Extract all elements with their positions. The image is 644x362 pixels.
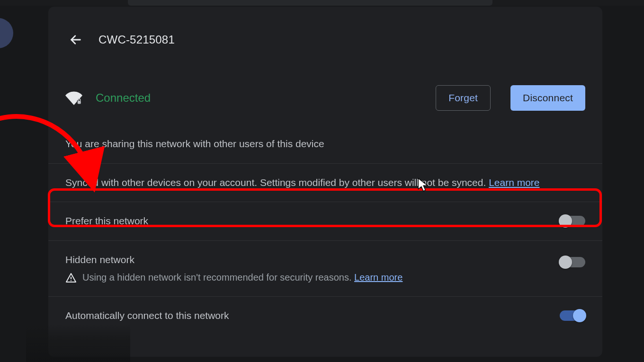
sharing-info-text: You are sharing this network with other … — [65, 136, 585, 152]
prefer-network-toggle[interactable] — [560, 216, 585, 226]
hidden-learn-more-link[interactable]: Learn more — [354, 272, 402, 283]
svg-rect-2 — [78, 101, 81, 104]
hidden-network-row[interactable]: Hidden network Using a hidden network is… — [48, 240, 602, 297]
sync-learn-more-link[interactable]: Learn more — [489, 177, 539, 188]
connection-status-label: Connected — [96, 91, 151, 105]
settings-rows: You are sharing this network with other … — [48, 132, 602, 335]
sharing-info-row: You are sharing this network with other … — [48, 132, 602, 163]
auto-connect-toggle[interactable] — [560, 310, 585, 321]
crop-artifact — [26, 324, 130, 362]
disconnect-button[interactable]: Disconnect — [510, 85, 585, 111]
svg-point-4 — [71, 280, 72, 281]
prefer-network-label: Prefer this network — [65, 213, 560, 229]
hidden-network-warning-text: Using a hidden network isn't recommended… — [82, 272, 354, 283]
warning-icon — [65, 272, 77, 283]
connection-status-row: Connected Forget Disconnect — [48, 85, 602, 111]
back-button[interactable] — [65, 29, 86, 50]
hidden-network-subtext: Using a hidden network isn't recommended… — [65, 270, 560, 285]
sync-info-text: Synced with other devices on your accoun… — [65, 175, 585, 191]
sync-info-text-content: Synced with other devices on your accoun… — [65, 177, 489, 188]
network-settings-panel: CWC-5215081 Connected Forget Disconnect … — [48, 7, 602, 357]
arrow-left-icon — [69, 33, 82, 46]
page-title: CWC-5215081 — [98, 33, 175, 46]
auto-connect-row[interactable]: Automatically connect to this network — [48, 296, 602, 335]
hidden-network-label: Hidden network — [65, 252, 560, 268]
prefer-network-row[interactable]: Prefer this network — [48, 202, 602, 240]
panel-header: CWC-5215081 — [48, 7, 602, 50]
auto-connect-label: Automatically connect to this network — [65, 308, 560, 324]
avatar[interactable] — [0, 18, 13, 48]
search-bar-placeholder[interactable] — [128, 0, 492, 6]
hidden-network-text-block: Hidden network Using a hidden network is… — [65, 252, 560, 285]
wifi-secure-icon — [65, 89, 82, 106]
sync-info-row: Synced with other devices on your accoun… — [48, 163, 602, 202]
forget-button[interactable]: Forget — [436, 85, 491, 111]
hidden-network-toggle[interactable] — [560, 257, 585, 267]
